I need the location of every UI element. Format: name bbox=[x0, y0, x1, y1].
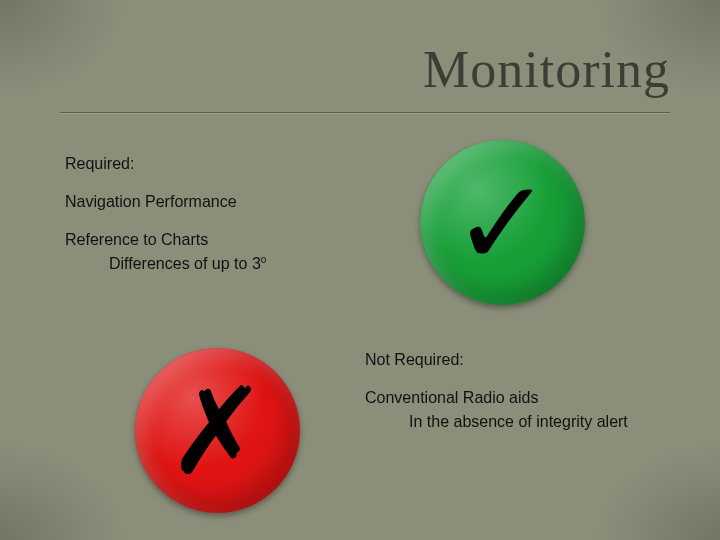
title-divider bbox=[60, 112, 670, 113]
required-item-2-sub: Differences of up to 3o bbox=[65, 252, 395, 276]
required-item-2: Reference to Charts bbox=[65, 228, 395, 252]
not-required-heading: Not Required: bbox=[365, 348, 705, 372]
slide-title: Monitoring bbox=[423, 40, 670, 99]
cross-badge: ✗ bbox=[135, 348, 300, 513]
slide: Monitoring Required: Navigation Performa… bbox=[0, 0, 720, 540]
not-required-item-1-sub: In the absence of integrity alert bbox=[365, 410, 705, 434]
not-required-item-1: Conventional Radio aids bbox=[365, 386, 705, 410]
required-block: Required: Navigation Performance Referen… bbox=[65, 152, 395, 276]
required-item-1: Navigation Performance bbox=[65, 190, 395, 214]
cross-icon: ✗ bbox=[167, 371, 268, 491]
required-heading: Required: bbox=[65, 152, 395, 176]
check-icon: ✓ bbox=[452, 163, 553, 283]
not-required-block: Not Required: Conventional Radio aids In… bbox=[365, 348, 705, 434]
check-badge: ✓ bbox=[420, 140, 585, 305]
